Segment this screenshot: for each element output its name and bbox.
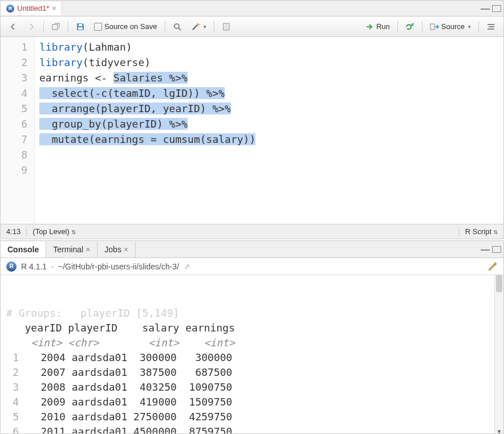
svg-rect-0	[52, 24, 58, 30]
separator	[422, 21, 422, 32]
nav-fwd-button[interactable]	[23, 21, 39, 33]
separator	[43, 21, 44, 32]
find-button[interactable]	[169, 21, 185, 33]
line-gutter: 123456789	[1, 37, 35, 224]
separator	[214, 21, 214, 32]
r-logo-icon: R	[6, 261, 17, 272]
run-button[interactable]: Run	[361, 21, 393, 33]
editor-tabbar: R Untitled1* ×	[1, 1, 503, 17]
minimize-icon[interactable]	[481, 246, 490, 251]
maximize-icon[interactable]	[492, 5, 501, 12]
dot-separator: ·	[51, 262, 54, 271]
svg-rect-2	[79, 24, 82, 26]
pane-window-controls	[481, 246, 501, 253]
scope-selector[interactable]: (Top Level)⇅	[27, 227, 458, 236]
source-label: Source	[441, 22, 465, 31]
editor-statusbar: 4:13 (Top Level)⇅ R Script⇅	[1, 224, 503, 239]
svg-rect-6	[430, 24, 434, 30]
scroll-thumb[interactable]	[496, 275, 502, 292]
code-editor[interactable]: 123456789 library(Lahman)library(tidyver…	[1, 37, 503, 224]
code-tools-button[interactable]: ▾	[188, 21, 210, 33]
separator	[478, 21, 479, 32]
tab-terminal[interactable]: Terminal×	[46, 241, 97, 257]
run-label: Run	[376, 22, 390, 31]
close-icon[interactable]: ×	[86, 245, 90, 254]
chevron-down-icon: ▾	[204, 24, 206, 30]
scrollbar[interactable]: ▲ ▼	[494, 275, 503, 433]
separator	[397, 21, 398, 32]
source-on-save-toggle[interactable]: Source on Save	[91, 21, 161, 32]
r-file-icon: R	[6, 5, 14, 13]
minimize-icon[interactable]	[481, 5, 490, 10]
maximize-icon[interactable]	[492, 246, 501, 253]
compile-report-button[interactable]	[218, 21, 234, 33]
language-selector[interactable]: R Script⇅	[459, 227, 503, 236]
r-version: R 4.1.1	[21, 262, 47, 271]
working-dir[interactable]: ~/GitHub/r-pbi-users-ii/slides/ch-3/	[58, 262, 179, 271]
save-button[interactable]	[72, 21, 88, 33]
cursor-position[interactable]: 4:13	[1, 227, 27, 236]
console-output[interactable]: # Groups: playerID [5,149] yearID player…	[1, 275, 503, 433]
nav-back-button[interactable]	[5, 21, 21, 33]
chevron-down-icon: ▾	[468, 24, 471, 30]
close-icon[interactable]: ×	[52, 5, 56, 13]
rerun-button[interactable]	[402, 21, 418, 33]
editor-toolbar: Source on Save ▾ Run Source▾	[1, 17, 503, 37]
console-pane: Console Terminal× Jobs× R R 4.1.1 · ~/Gi…	[0, 240, 504, 434]
pane-window-controls	[481, 5, 501, 12]
code-content[interactable]: library(Lahman)library(tidyverse)earning…	[35, 37, 503, 224]
console-info-bar: R R 4.1.1 · ~/GitHub/r-pbi-users-ii/slid…	[1, 258, 503, 275]
separator	[165, 21, 165, 32]
tab-jobs[interactable]: Jobs×	[97, 241, 136, 257]
scroll-down-icon[interactable]: ▼	[495, 424, 503, 433]
console-tabbar: Console Terminal× Jobs×	[1, 241, 503, 258]
editor-pane: R Untitled1* × Source on Save ▾ Run Sour…	[0, 0, 504, 239]
tab-console[interactable]: Console	[1, 241, 46, 257]
checkbox-icon	[94, 23, 102, 31]
clear-console-icon[interactable]	[487, 261, 498, 272]
source-on-save-label: Source on Save	[104, 22, 157, 31]
svg-point-3	[174, 24, 179, 28]
separator	[68, 21, 68, 32]
outline-button[interactable]	[483, 21, 499, 33]
tab-title: Untitled1*	[17, 4, 49, 13]
close-icon[interactable]: ×	[124, 245, 128, 254]
source-button[interactable]: Source▾	[426, 21, 474, 33]
svg-rect-1	[78, 27, 83, 30]
show-in-new-window-button[interactable]	[48, 21, 64, 33]
editor-tab[interactable]: R Untitled1* ×	[1, 2, 62, 15]
popout-icon[interactable]: ⇗	[184, 262, 190, 271]
